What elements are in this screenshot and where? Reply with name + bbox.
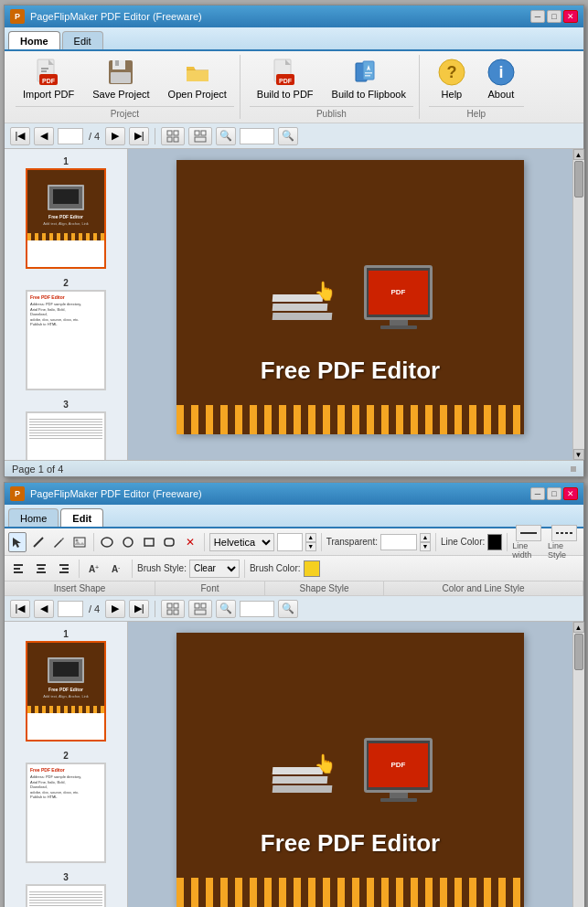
line-width-group: Line width [512,525,545,560]
next-page-button-2[interactable]: ▶ [105,600,125,618]
app-icon-1: P [10,9,25,24]
page-input-2[interactable]: 1 [58,601,83,617]
prev-page-button-1[interactable]: ◀ [34,127,54,145]
line-tool-button[interactable] [29,532,48,552]
zoom-input-1[interactable]: 38% [240,128,274,144]
tab-home-2[interactable]: Home [8,508,59,527]
build-pdf-label: Build to PDF [257,89,314,100]
transparent-up[interactable]: ▲ [420,533,431,542]
tab-edit-2[interactable]: Edit [60,508,103,527]
decrease-text-button[interactable]: A- [107,559,127,579]
rounded-rect-button[interactable] [161,532,179,552]
list-view-button-2[interactable] [188,600,212,618]
search-button-1[interactable]: 🔍 [216,127,236,145]
minimize-button-1[interactable]: ─ [530,10,545,23]
save-project-button[interactable]: Save Project [85,55,156,102]
scroll-down-1[interactable]: ▼ [573,449,584,460]
align-center-button[interactable] [31,559,51,579]
svg-rect-24 [174,137,178,142]
font-size-input[interactable]: 17 [277,533,303,551]
minimize-button-2[interactable]: ─ [530,487,545,500]
page-inner-2: PDF 👆 Free PDF Editor [176,633,524,907]
next-page-button-1[interactable]: ▶ [105,127,125,145]
thumb-item-2-3[interactable]: 3 [8,870,123,907]
circle-tool-button[interactable] [119,532,137,552]
line-width-button[interactable] [516,525,541,541]
close-button-1[interactable]: ✕ [563,10,578,23]
scroll-up-2[interactable]: ▲ [573,622,584,633]
open-project-label: Open Project [168,89,227,100]
line-style-group: Line Style [548,525,580,560]
grid-view-button-2[interactable] [161,600,185,618]
first-page-button-2[interactable]: |◀ [10,600,30,618]
thumb-item-1[interactable]: 1 Free PDF Editor Add text, Align, Ancho… [8,155,123,271]
close-button-2[interactable]: ✕ [563,487,578,500]
about-button[interactable]: i About [478,55,524,102]
import-pdf-button[interactable]: PDF Import PDF [16,55,81,102]
save-project-label: Save Project [92,89,149,100]
nav-sep-2 [155,601,155,617]
edit-sep-8 [244,560,245,578]
transparent-input[interactable]: 200 [380,534,417,550]
scrollbar-2: ▲ ▼ [572,622,583,907]
scroll-thumb-1[interactable] [574,161,583,197]
font-size-down[interactable]: ▼ [305,542,316,551]
main-area-2: 1 Free PDF Editor Add text, Align, Ancho… [5,622,583,907]
increase-text-button[interactable]: A+ [84,559,104,579]
open-project-button[interactable]: Open Project [161,55,234,102]
line-style-button[interactable] [551,525,577,541]
line-color-box[interactable] [487,534,502,550]
thumb-item-3[interactable]: 3 [8,398,123,460]
font-size-up[interactable]: ▲ [305,533,316,542]
main-toolbar-1: PDF Import PDF [5,51,583,123]
zoom-input-2[interactable]: 38% [240,601,274,617]
maximize-button-2[interactable]: □ [547,487,561,500]
ellipse-tool-button[interactable] [99,532,117,552]
image-tool-button[interactable] [70,532,89,552]
align-left-button[interactable] [8,559,28,579]
thumb-img-2-2: Free PDF Editor Address: PDF sample dire… [26,763,106,863]
align-right-button[interactable] [54,559,74,579]
select-tool-button[interactable] [8,532,27,552]
delete-shape-button[interactable]: ✕ [181,532,199,552]
resize-handle-1[interactable] [571,466,576,472]
zoom-fit-button-2[interactable]: 🔍 [278,600,298,618]
thumb-item-2[interactable]: 2 Free PDF Editor Address: PDF sample di… [8,276,123,392]
thumb-img-3 [26,411,106,460]
pen-tool-button[interactable] [49,532,68,552]
scroll-up-1[interactable]: ▲ [573,149,584,160]
last-page-button-1[interactable]: ▶| [129,127,149,145]
open-project-icon [183,58,212,87]
build-pdf-button[interactable]: PDF Build to PDF [250,55,321,102]
brush-color-box[interactable] [304,560,320,577]
thumb-item-2-1[interactable]: 1 Free PDF Editor Add text, Align, Ancho… [8,627,123,743]
zoom-fit-button-1[interactable]: 🔍 [278,127,298,145]
tab-home-1[interactable]: Home [8,31,60,49]
build-pdf-icon: PDF [271,58,300,87]
grid-view-button-1[interactable] [161,127,185,145]
build-flipbook-icon [354,58,383,87]
edit-toolbar-row2: A+ A- Brush Style: Clear Brush Color: [5,556,583,582]
maximize-button-1[interactable]: □ [547,10,561,23]
rect-tool-button[interactable] [140,532,158,552]
tab-edit-1[interactable]: Edit [62,31,103,49]
title-text-2: PageFlipMaker PDF Editor (Freeware) [30,488,202,499]
scroll-thumb-2[interactable] [574,634,583,670]
search-button-2[interactable]: 🔍 [216,600,236,618]
build-flipbook-button[interactable]: Build to Flipbook [325,55,413,102]
last-page-button-2[interactable]: ▶| [129,600,149,618]
page-canvas-1: PDF 👆 Free PDF Editor [176,160,524,434]
thumb-item-2-2[interactable]: 2 Free PDF Editor Address: PDF sample di… [8,749,123,865]
first-page-button-1[interactable]: |◀ [10,127,30,145]
help-button[interactable]: ? Help [429,55,475,102]
list-view-button-1[interactable] [188,127,212,145]
thumb-img-2-3 [26,884,106,907]
svg-text:PDF: PDF [42,78,56,84]
transparent-down[interactable]: ▼ [420,542,431,551]
font-select[interactable]: Helvetica [209,533,274,551]
prev-page-button-2[interactable]: ◀ [34,600,54,618]
brush-style-select[interactable]: Clear [189,560,240,578]
svg-rect-31 [74,538,85,547]
edit-sep-6 [79,560,80,578]
page-input-1[interactable]: 1 [58,128,83,144]
